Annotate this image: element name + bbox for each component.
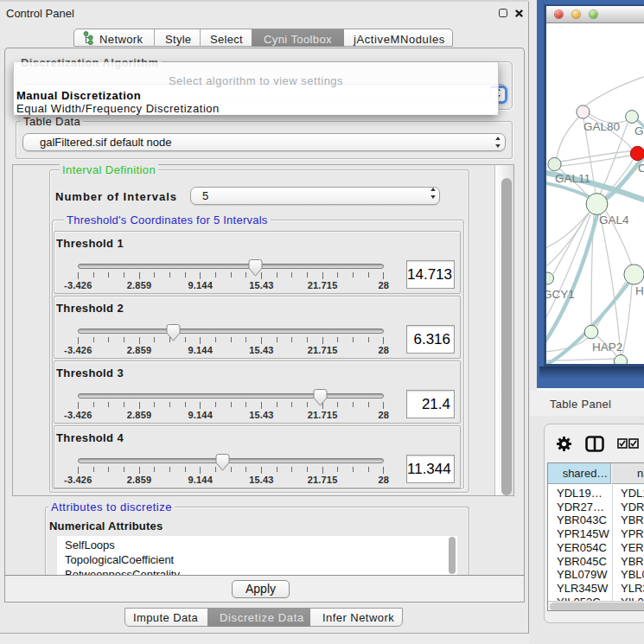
svg-text:GAL80: GAL80	[583, 120, 620, 133]
svg-text:C: C	[638, 162, 644, 175]
svg-text:GAL4: GAL4	[599, 214, 629, 226]
svg-text:H: H	[635, 284, 644, 297]
svg-text:GAL11: GAL11	[555, 172, 590, 185]
svg-text:G.: G.	[634, 124, 644, 137]
svg-text:HAP2: HAP2	[592, 341, 622, 354]
svg-text:GCY1: GCY1	[546, 288, 575, 301]
